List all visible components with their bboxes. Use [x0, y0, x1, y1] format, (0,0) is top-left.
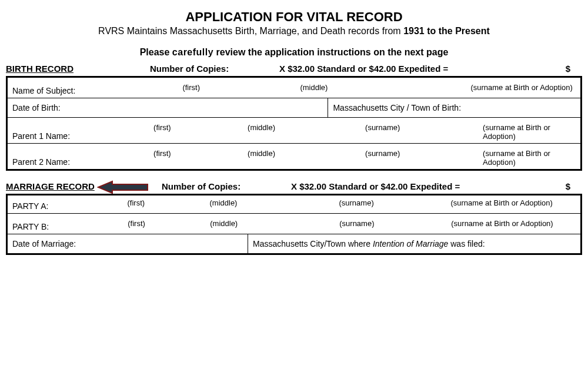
marriage-section-header: MARRIAGE RECORD Number of Copies: X $32.… [6, 181, 582, 191]
party-b-surname-adopt-sublabel: (surname at Birth or Adoption) [422, 219, 553, 231]
instructions-pre: Please [140, 47, 172, 57]
parent1-middle-sublabel: (middle) [230, 123, 342, 141]
subject-surname-sublabel: (surname at Birth or Adoption) [376, 83, 572, 95]
marriage-city-italic: Intention of Marriage [373, 239, 448, 248]
parent1-first-sublabel: (first) [136, 123, 230, 141]
parent2-surname-sublabel: (surname) [342, 149, 459, 167]
subtitle-bold: 1931 to the Present [403, 26, 490, 36]
page-title: APPLICATION FOR VITAL RECORD [6, 9, 582, 25]
parent1-label: Parent 1 Name: [12, 131, 70, 141]
party-a-row: PARTY A: (first) (middle) (surname) (sur… [8, 195, 580, 214]
instructions-line: Please carefully review the application … [6, 47, 582, 58]
parent2-label: Parent 2 Name: [12, 157, 70, 167]
birth-pricing-label: X $32.00 Standard or $42.00 Expedited = [279, 64, 547, 74]
subject-name-row: Name of Subject: (first) (middle) (surna… [8, 78, 580, 98]
parent2-row: Parent 2 Name: (first) (middle) (surname… [8, 144, 580, 169]
marriage-city-label: Massachusetts City/Town where Intention … [253, 239, 485, 248]
marriage-pricing-label: X $32.00 Standard or $42.00 Expedited = [291, 181, 547, 191]
marriage-form-box: PARTY A: (first) (middle) (surname) (sur… [6, 194, 582, 255]
subject-middle-sublabel: (middle) [241, 83, 376, 95]
dob-label: Date of Birth: [12, 103, 61, 112]
subject-name-label: Name of Subject: [12, 86, 75, 95]
marriage-city-pre: Massachusetts City/Town where [253, 239, 373, 248]
parent2-surname-adopt-sublabel: (surname at Birth or Adoption) [459, 149, 576, 167]
birth-city-label: Massachusetts City / Town of Birth: [333, 103, 461, 112]
marriage-city-post: was filed: [448, 239, 485, 248]
party-b-label: PARTY B: [12, 222, 49, 231]
parent1-surname-sublabel: (surname) [342, 123, 459, 141]
instructions-post: review the application instructions on t… [213, 47, 448, 57]
svg-marker-0 [98, 181, 148, 193]
birth-form-box: Name of Subject: (first) (middle) (surna… [6, 76, 582, 171]
birth-section-header: BIRTH RECORD Number of Copies: X $32.00 … [6, 64, 582, 74]
parent2-middle-sublabel: (middle) [230, 149, 342, 167]
birth-record-label: BIRTH RECORD [6, 64, 150, 74]
parent1-surname-adopt-sublabel: (surname at Birth or Adoption) [459, 123, 576, 141]
dom-label: Date of Marriage: [12, 239, 76, 248]
dob-city-row: Date of Birth: Massachusetts City / Town… [8, 98, 580, 118]
marriage-copies-label: Number of Copies: [162, 181, 291, 191]
party-a-middle-sublabel: (middle) [186, 198, 303, 211]
subtitle-text: RVRS Maintains Massachusetts Birth, Marr… [98, 26, 403, 36]
party-a-surname-adopt-sublabel: (surname at Birth or Adoption) [421, 198, 552, 211]
party-b-middle-sublabel: (middle) [186, 219, 304, 231]
party-b-first-sublabel: (first) [92, 219, 186, 231]
party-a-surname-sublabel: (surname) [303, 198, 421, 211]
party-b-surname-sublabel: (surname) [304, 219, 422, 231]
party-b-row: PARTY B: (first) (middle) (surname) (sur… [8, 214, 580, 234]
page-subtitle: RVRS Maintains Massachusetts Birth, Marr… [6, 26, 582, 37]
party-a-label: PARTY A: [12, 201, 48, 211]
birth-copies-label: Number of Copies: [150, 64, 279, 74]
parent2-first-sublabel: (first) [136, 149, 230, 167]
party-a-first-sublabel: (first) [92, 198, 186, 211]
birth-dollar: $ [547, 64, 582, 74]
marriage-dollar: $ [547, 181, 582, 191]
subject-first-sublabel: (first) [147, 83, 241, 95]
instructions-bold: carefully [172, 47, 213, 57]
arrow-icon [97, 180, 150, 194]
dom-city-row: Date of Marriage: Massachusetts City/Tow… [8, 234, 580, 253]
parent1-row: Parent 1 Name: (first) (middle) (surname… [8, 118, 580, 144]
